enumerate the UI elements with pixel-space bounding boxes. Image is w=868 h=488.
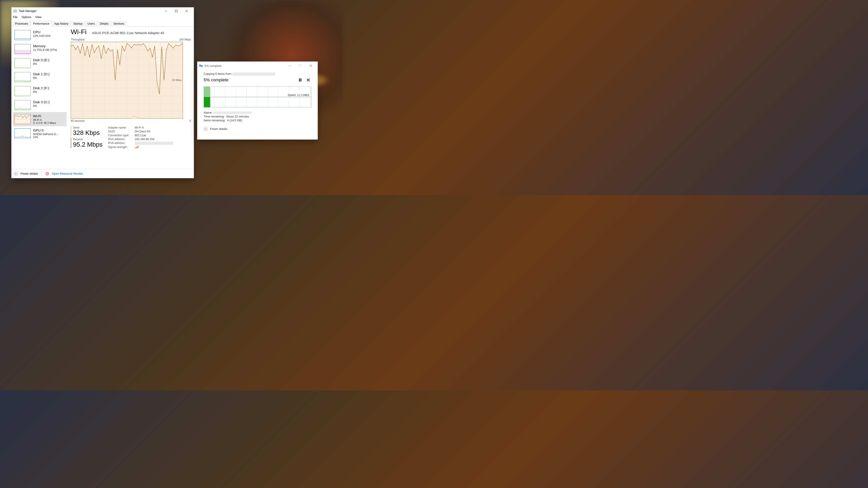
copy-time-k: Time remaining:: [204, 115, 225, 118]
tab-processes[interactable]: Processes: [12, 21, 31, 27]
tab-details[interactable]: Details: [97, 21, 111, 27]
send-value: 328 Kbps: [73, 129, 103, 136]
performance-sidebar: CPU 12% 4.63 GHz Memory 11.7/31.9 GB (37…: [13, 28, 67, 169]
sidebar-item-disk2[interactable]: Disk 2 (F:) 0%: [13, 84, 67, 98]
copy-transfer-icon: [199, 64, 203, 68]
chart-foot-right: 0: [189, 119, 191, 123]
chart-caption-left: Throughput: [71, 38, 85, 41]
svg-line-8: [46, 173, 48, 175]
sidebar-wifi-sub2: S: 0.3 R: 95.2 Mbps: [33, 122, 56, 124]
copy-minimize-button[interactable]: [285, 62, 295, 69]
sidebar-disk2-title: Disk 2 (F:): [33, 86, 49, 90]
chart-caption-right: 100 Mbps: [179, 38, 191, 41]
copy-description: Copying 5 items from: [204, 72, 311, 76]
cpu-thumb: [14, 30, 31, 40]
chart-mid-label: 50 Mbps: [172, 78, 182, 81]
footer-divider: [41, 171, 42, 176]
copy-items-v: 4 (14.5 GB): [227, 119, 242, 122]
cancel-button[interactable]: [305, 77, 311, 83]
sidebar-cpu-sub: 12% 4.63 GHz: [33, 34, 51, 37]
sidebar-item-gpu[interactable]: GPU 0 NVIDIA GeForce G... 10%: [13, 126, 67, 140]
disk3-thumb: [14, 100, 31, 110]
sidebar-item-cpu[interactable]: CPU 12% 4.63 GHz: [13, 28, 67, 42]
copy-progress-lower: [204, 97, 210, 107]
svg-rect-16: [301, 78, 302, 82]
tab-users[interactable]: Users: [85, 21, 97, 27]
copy-items-k: Items remaining:: [204, 119, 225, 122]
sidebar-disk1-sub: 5%: [33, 76, 50, 79]
copy-titlebar[interactable]: 5% complete: [197, 62, 318, 70]
copy-speed-label: Speed: 11.3 MB/s: [287, 94, 310, 97]
copy-metadata: Name: Time remaining: About 22 minutes I…: [204, 111, 311, 122]
send-label: Send: [73, 126, 103, 129]
copy-close-button[interactable]: [305, 62, 316, 69]
redacted-filename: [213, 111, 252, 114]
receive-label: Receive: [73, 138, 103, 141]
sidebar-item-disk1[interactable]: Disk 1 (D:) 5%: [13, 70, 67, 84]
redacted-source: [232, 72, 275, 76]
sidebar-item-disk0[interactable]: Disk 0 (E:) 0%: [13, 56, 67, 70]
signal-strength-icon: [135, 145, 173, 149]
copy-window-title: 5% complete: [205, 64, 285, 68]
memory-thumb: [14, 44, 31, 54]
sidebar-item-wifi[interactable]: Wi-Fi Wi-Fi 4 S: 0.3 R: 95.2 Mbps: [13, 112, 67, 126]
copy-progress-upper: [204, 87, 210, 97]
kv-adapter-v: Wi-Fi 4: [135, 126, 173, 129]
tab-app-history[interactable]: App history: [52, 21, 71, 27]
tm-footer: Fewer details Open Resource Monitor: [11, 169, 194, 178]
tab-performance[interactable]: Performance: [31, 21, 52, 27]
copy-dialog-window: 5% complete Copying 5 items from 5% comp…: [197, 61, 318, 140]
copy-fewer-details-link[interactable]: Fewer details: [210, 127, 227, 131]
svg-rect-2: [176, 10, 178, 12]
sidebar-item-memory[interactable]: Memory 11.7/31.9 GB (37%): [13, 42, 67, 56]
svg-rect-15: [299, 78, 300, 82]
sidebar-disk3-title: Disk 3 (C:): [33, 100, 50, 104]
sidebar-disk0-title: Disk 0 (E:): [33, 58, 49, 62]
wifi-details: Adapter name: Wi-Fi 4 SSID: DH Deco E4 C…: [108, 126, 173, 149]
chart-foot-left: 60 seconds: [71, 119, 85, 123]
kv-ipv6-k: IPv6 address:: [108, 141, 135, 145]
maximize-button[interactable]: [171, 8, 182, 14]
menu-options[interactable]: Options: [22, 15, 31, 19]
chevron-up-icon[interactable]: [204, 127, 208, 131]
disk1-thumb: [14, 72, 31, 82]
sidebar-memory-sub: 11.7/31.9 GB (37%): [33, 48, 57, 52]
sidebar-cpu-title: CPU: [33, 30, 51, 34]
close-button[interactable]: [182, 8, 192, 14]
menu-file[interactable]: File: [13, 15, 18, 19]
sidebar-disk3-sub: 0%: [33, 104, 50, 107]
disk2-thumb: [14, 86, 31, 96]
performance-main: Wi-Fi ASUS PCE-AC88 802.11ac Network Ada…: [67, 28, 192, 169]
titlebar[interactable]: Task Manager: [11, 7, 194, 15]
task-manager-window: Task Manager File Options View Processes…: [11, 7, 194, 178]
open-resource-monitor-link[interactable]: Open Resource Monitor: [52, 172, 83, 175]
disk0-thumb: [14, 58, 31, 68]
wifi-thumb: [14, 114, 31, 124]
sidebar-disk2-sub: 0%: [33, 90, 49, 94]
kv-conn-v: 802.11ac: [135, 134, 173, 137]
kv-ssid-v: DH Deco E4: [135, 130, 173, 133]
pause-button[interactable]: [297, 77, 303, 83]
copy-desc-prefix: Copying 5 items from: [204, 72, 232, 75]
tab-services[interactable]: Services: [111, 21, 127, 27]
sidebar-item-disk3[interactable]: Disk 3 (C:) 0%: [13, 98, 67, 112]
task-manager-icon: [13, 9, 17, 13]
chevron-up-icon[interactable]: [14, 172, 18, 176]
minimize-button[interactable]: [161, 8, 171, 14]
throughput-chart[interactable]: 50 Mbps: [71, 42, 183, 119]
fewer-details-link[interactable]: Fewer details: [21, 172, 38, 175]
gpu-thumb: [14, 128, 31, 138]
copy-maximize-button[interactable]: [295, 62, 305, 69]
copy-name-k: Name:: [204, 111, 212, 114]
kv-adapter-k: Adapter name:: [108, 126, 135, 129]
menu-view[interactable]: View: [35, 15, 41, 19]
sidebar-wifi-sub: Wi-Fi 4: [33, 119, 56, 122]
sidebar-gpu-sub2: 10%: [33, 136, 58, 138]
kv-ipv4-v: 192.168.68.104: [135, 138, 173, 141]
sidebar-memory-title: Memory: [33, 44, 57, 48]
svg-rect-12: [299, 65, 301, 67]
tab-startup[interactable]: Startup: [71, 21, 85, 27]
kv-conn-k: Connection type:: [108, 134, 135, 137]
adapter-name-full: ASUS PCE-AC88 802.11ac Network Adapter #…: [92, 31, 164, 35]
copy-speed-graph[interactable]: Speed: 11.3 MB/s: [204, 87, 311, 107]
